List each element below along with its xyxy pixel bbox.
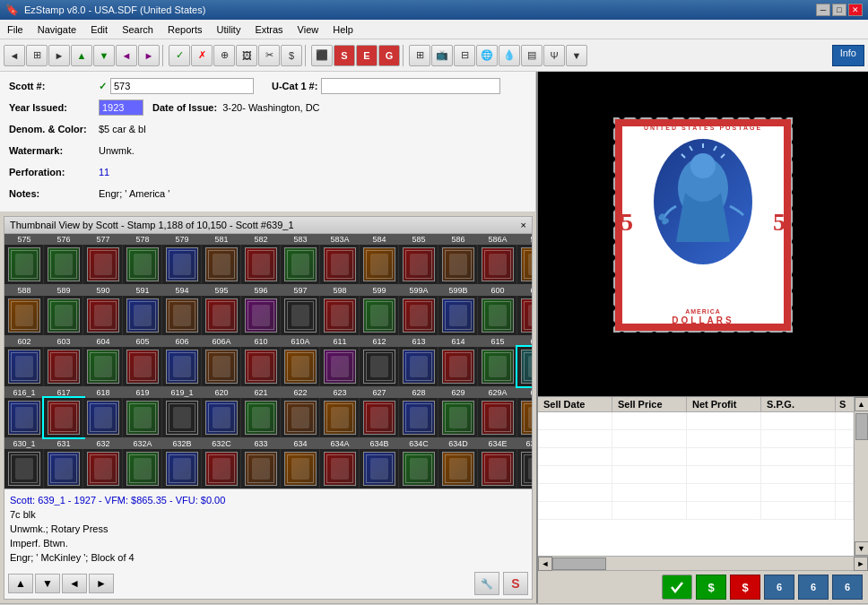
stamp-cell[interactable] [44,449,83,488]
left-nav-button[interactable]: ◄ [116,45,137,66]
stamp-cell[interactable] [123,347,162,386]
stamp-cell[interactable] [44,296,83,335]
stamp-cell[interactable] [360,296,399,335]
back-button[interactable]: ◄ [4,45,25,66]
menubar-item-navigate[interactable]: Navigate [30,20,83,39]
stamp-cell[interactable] [44,347,83,386]
stamp-cell[interactable] [83,449,123,488]
world-button[interactable]: 🌐 [476,45,498,66]
stamp-cell[interactable] [241,296,281,335]
stamp-cell[interactable] [4,398,44,437]
link-button[interactable]: ⊕ [213,45,235,66]
nav-down-button[interactable]: ▼ [35,574,60,593]
stamp-cell[interactable] [438,398,478,437]
scroll-down-arrow[interactable]: ▼ [855,541,869,556]
stamp-cell[interactable] [83,347,123,386]
stamp-cell[interactable] [4,296,44,335]
stamp-cell[interactable] [83,296,123,335]
right-nav-button[interactable]: ► [138,45,160,66]
stamp-cell[interactable] [360,347,399,386]
action-dollar2-button[interactable]: $ [730,575,760,600]
stamp-cell[interactable] [517,245,532,284]
menubar-item-utility[interactable]: Utility [210,20,248,39]
stamp-cell[interactable] [478,347,517,386]
stamp-cell[interactable] [241,347,281,386]
action-6-button2[interactable]: 6 [798,575,829,600]
stamp-cell[interactable] [517,449,532,488]
menubar-item-search[interactable]: Search [115,20,161,39]
tv-button[interactable]: 📺 [431,45,453,66]
dropdown-button[interactable]: ▼ [566,45,587,66]
stamp-cell[interactable] [281,449,320,488]
image-button[interactable]: 🖼 [236,45,257,66]
scroll-thumb[interactable] [855,413,868,440]
stamp-cell[interactable] [478,449,517,488]
stamp-cell[interactable] [478,245,517,284]
stamp-cell[interactable] [517,398,532,437]
hscroll-track[interactable] [552,557,854,570]
cut-button[interactable]: ✂ [258,45,280,66]
stamp-cell[interactable] [162,296,202,335]
stamp-cell[interactable] [517,347,532,386]
stamp-cell[interactable] [399,347,438,386]
sales-rows[interactable] [538,412,854,556]
stamp-cell[interactable] [281,398,320,437]
stamp-cell[interactable] [281,245,320,284]
sales-scrollbar[interactable]: ▲ ▼ [854,397,868,556]
scott-input[interactable] [110,78,254,94]
restore-button[interactable]: □ [832,4,846,16]
stamp-cell[interactable] [241,398,281,437]
stamp-cell[interactable] [202,449,241,488]
stamp-cell[interactable] [202,245,241,284]
stamp-cell[interactable] [399,245,438,284]
stamp-cell[interactable] [320,347,360,386]
stamp-cell[interactable] [241,449,281,488]
close-button[interactable]: ✕ [848,4,863,16]
stamp-cell[interactable] [123,296,162,335]
ucat-input[interactable] [321,78,500,94]
x-button[interactable]: ✗ [191,45,213,66]
menubar-item-reports[interactable]: Reports [161,20,210,39]
e-button[interactable]: E [356,45,378,66]
thumb-icon1-button[interactable]: 🔧 [474,572,499,595]
stamp-cell[interactable] [438,449,478,488]
menubar-item-file[interactable]: File [0,20,30,39]
menubar-item-help[interactable]: Help [326,20,360,39]
hscroll-thumb[interactable] [552,557,606,570]
stamp-cell[interactable] [438,347,478,386]
menubar-item-extras[interactable]: Extras [247,20,290,39]
scroll-track[interactable] [855,411,868,541]
check-button[interactable]: ✓ [169,45,190,66]
stamp-cell[interactable] [399,449,438,488]
h-scrollbar[interactable]: ◄ ► [538,556,868,570]
menubar-item-view[interactable]: View [291,20,326,39]
stamp-cell[interactable] [44,245,83,284]
stamp-cell[interactable] [162,245,202,284]
stamp-cell[interactable] [360,398,399,437]
s-button[interactable]: S [334,45,355,66]
stamp-cell[interactable] [123,398,162,437]
action-dollar1-button[interactable]: $ [696,575,726,600]
action-check-button[interactable] [662,575,692,600]
year-input[interactable] [99,99,143,116]
stamp-cell[interactable] [517,296,532,335]
menubar-item-edit[interactable]: Edit [83,20,115,39]
layers-button[interactable]: ▤ [521,45,542,66]
stamp-cell[interactable] [4,449,44,488]
g-button[interactable]: G [378,45,400,66]
nav-first-button[interactable]: ◄ [62,574,87,593]
forward-button[interactable]: ► [48,45,70,66]
stamp-cell[interactable] [123,245,162,284]
stamp-cell[interactable] [360,449,399,488]
up-nav-button[interactable]: ▲ [71,45,92,66]
stamp-cell[interactable] [320,296,360,335]
coin-button[interactable]: $ [281,45,302,66]
stamp-cell[interactable] [320,449,360,488]
stamp-cell[interactable] [320,398,360,437]
thumb-icon2-button[interactable]: S [503,572,528,595]
stamp-cell[interactable] [320,245,360,284]
stamp-cell[interactable] [123,449,162,488]
stamp-cell[interactable] [202,347,241,386]
stamp-cell[interactable] [44,398,83,437]
hscroll-right-arrow[interactable]: ► [854,557,868,571]
